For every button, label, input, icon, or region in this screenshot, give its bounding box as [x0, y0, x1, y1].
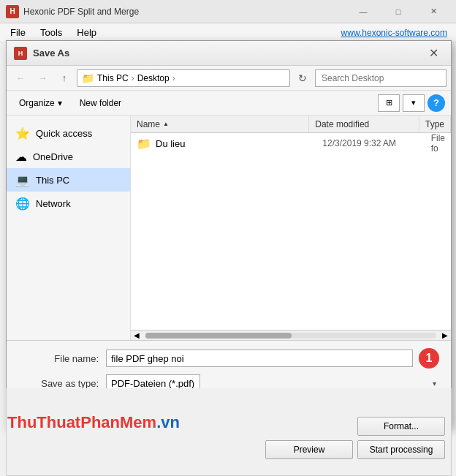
toolbar: Organize ▾ New folder ⊞ ▾ ? — [7, 91, 451, 116]
save-as-dialog: H Save As ✕ ← → ↑ 📁 This PC › Desktop › … — [6, 40, 452, 428]
content-area: ⭐ Quick access ☁ OneDrive 💻 This PC 🌐 Ne… — [7, 116, 451, 340]
sidebar-item-onedrive[interactable]: ☁ OneDrive — [7, 145, 130, 168]
file-type-1: File fo — [431, 133, 445, 154]
format-button[interactable]: Format... — [357, 417, 445, 436]
window-controls: — □ ✕ — [346, 0, 450, 23]
dialog-close-button[interactable]: ✕ — [423, 43, 444, 64]
view-dropdown-button[interactable]: ▾ — [403, 94, 425, 112]
lower-spacer — [12, 464, 445, 469]
new-folder-button[interactable]: New folder — [73, 94, 128, 112]
sidebar-item-this-pc[interactable]: 💻 This PC — [7, 168, 130, 192]
file-icon-1: 📁 — [137, 137, 151, 151]
quick-access-icon: ⭐ — [15, 126, 30, 140]
app-lower-panel: Format... Preview Start processing — [6, 388, 452, 476]
app-title: Hexonic PDF Split and Merge — [23, 7, 346, 17]
sidebar-item-onedrive-label: OneDrive — [33, 151, 73, 162]
horizontal-scrollbar[interactable]: ◀ ▶ — [131, 330, 451, 340]
breadcrumb-thispc[interactable]: This PC — [97, 73, 129, 83]
help-label: ? — [433, 97, 439, 108]
dialog-icon: H — [14, 47, 27, 60]
sidebar-item-quick-access[interactable]: ⭐ Quick access — [7, 121, 130, 145]
minimize-button[interactable]: — — [346, 0, 380, 23]
col-type-label: Type — [425, 119, 444, 129]
up-button[interactable]: ↑ — [55, 69, 74, 88]
col-header-date[interactable]: Date modified — [309, 116, 419, 132]
watermark: ThuThuatPhanMem.vn — [7, 415, 180, 431]
sidebar-item-this-pc-label: This PC — [36, 175, 69, 186]
col-name-label: Name — [137, 119, 160, 129]
onedrive-icon: ☁ — [15, 150, 27, 164]
file-list-header: Name ▲ Date modified Type — [131, 116, 451, 133]
maximize-button[interactable]: □ — [381, 0, 415, 23]
breadcrumb-desktop[interactable]: Desktop — [137, 73, 170, 83]
refresh-button[interactable]: ↻ — [293, 69, 312, 88]
organize-arrow: ▾ — [58, 98, 62, 108]
menu-file[interactable]: File — [3, 24, 33, 41]
sidebar-item-network[interactable]: 🌐 Network — [7, 192, 130, 215]
watermark-text2: PhanMem — [80, 413, 156, 431]
save-as-type-label: Save as type: — [18, 378, 99, 389]
file-list: Name ▲ Date modified Type 📁 Du lieu — [131, 116, 451, 340]
forward-button[interactable]: → — [33, 69, 52, 88]
close-button[interactable]: ✕ — [417, 0, 450, 23]
col-header-name[interactable]: Name ▲ — [131, 116, 309, 132]
view-button[interactable]: ⊞ — [378, 94, 400, 112]
file-name-row: File name: 1 — [18, 348, 439, 369]
sidebar: ⭐ Quick access ☁ OneDrive 💻 This PC 🌐 Ne… — [7, 116, 131, 340]
col-date-label: Date modified — [315, 119, 369, 129]
dialog-title: Save As — [33, 48, 423, 58]
scrollbar-track — [145, 333, 436, 339]
file-date-1: 12/3/2019 9:32 AM — [322, 138, 426, 148]
sidebar-item-quick-access-label: Quick access — [36, 128, 92, 139]
app-icon: H — [6, 5, 19, 18]
file-name-label: File name: — [18, 353, 99, 364]
select-arrow: ▾ — [433, 379, 436, 388]
breadcrumb-sep-2: › — [172, 73, 175, 83]
file-name-1: Du lieu — [156, 138, 318, 149]
preview-button[interactable]: Preview — [265, 440, 353, 459]
dialog-title-bar: H Save As ✕ — [7, 41, 451, 66]
file-name-input[interactable] — [106, 350, 413, 367]
address-bar: ← → ↑ 📁 This PC › Desktop › ↻ — [7, 66, 451, 91]
sidebar-item-network-label: Network — [36, 198, 71, 209]
col-header-type[interactable]: Type — [419, 116, 451, 132]
organize-label: Organize — [19, 98, 55, 108]
breadcrumb[interactable]: 📁 This PC › Desktop › — [77, 69, 290, 87]
title-bar: H Hexonic PDF Split and Merge — □ ✕ — [0, 0, 456, 23]
network-icon: 🌐 — [15, 197, 30, 211]
website-link[interactable]: www.hexonic-software.com — [341, 28, 447, 38]
watermark-text1: ThuThuat — [7, 413, 80, 431]
menu-help[interactable]: Help — [69, 24, 104, 41]
search-input[interactable] — [315, 69, 446, 87]
this-pc-icon: 💻 — [15, 173, 30, 187]
breadcrumb-sep-1: › — [132, 73, 134, 83]
badge-1: 1 — [419, 348, 439, 369]
sort-arrow: ▲ — [163, 121, 169, 127]
scroll-left-btn[interactable]: ◀ — [131, 331, 142, 339]
app-window: H Hexonic PDF Split and Merge — □ ✕ File… — [0, 0, 456, 476]
scroll-right-btn[interactable]: ▶ — [439, 331, 451, 339]
scrollbar-thumb — [145, 333, 292, 339]
back-button[interactable]: ← — [11, 69, 30, 88]
badge-1-number: 1 — [426, 352, 433, 365]
app-lower-row-2: Preview Start processing — [12, 440, 445, 459]
file-list-body: 📁 Du lieu 12/3/2019 9:32 AM File fo — [131, 133, 451, 330]
new-folder-label: New folder — [80, 98, 121, 108]
view-icon: ⊞ — [386, 98, 392, 107]
help-button[interactable]: ? — [428, 94, 445, 112]
folder-icon: 📁 — [82, 72, 94, 84]
start-processing-button[interactable]: Start processing — [357, 440, 445, 459]
menu-tools[interactable]: Tools — [33, 24, 69, 41]
watermark-text3: .vn — [156, 413, 180, 431]
organize-button[interactable]: Organize ▾ — [12, 94, 69, 112]
table-row[interactable]: 📁 Du lieu 12/3/2019 9:32 AM File fo — [131, 133, 451, 154]
